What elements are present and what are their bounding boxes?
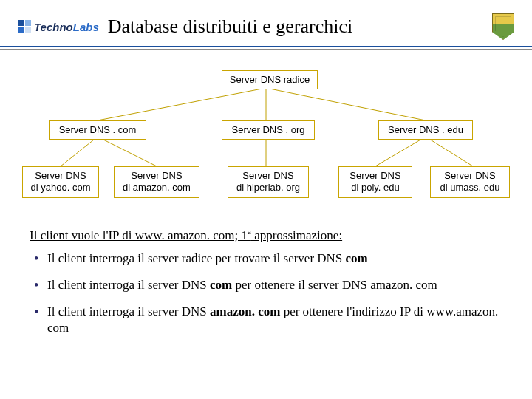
svg-line-6 (375, 137, 426, 166)
body-content: Il client vuole l'IP di www. amazon. com… (0, 211, 532, 336)
svg-line-3 (61, 137, 98, 166)
svg-line-4 (98, 137, 157, 166)
header: TechnoLabs Database distribuiti e gerarc… (0, 0, 532, 46)
node-poly: Server DNS di poly. edu (338, 166, 412, 198)
logo-text: TechnoLabs (34, 21, 99, 33)
lead-text: Il client vuole l'IP di www. amazon. com… (30, 227, 502, 243)
technolabs-logo: TechnoLabs (18, 20, 99, 33)
bullet-1-bold: com (346, 251, 368, 265)
page-title: Database distribuiti e gerarchici (108, 16, 483, 38)
bullet-2-pre: Il client interroga il server DNS (47, 278, 210, 292)
list-item: Il client interroga il server radice per… (34, 250, 499, 267)
node-tld-edu: Server DNS . edu (378, 120, 473, 140)
bullet-2-post: per ottenere il server DNS amazon. com (232, 278, 437, 292)
svg-line-0 (98, 88, 266, 120)
bullet-list: Il client interroga il server radice per… (30, 250, 502, 336)
bullet-1-text: Il client interroga il server radice per… (47, 251, 346, 265)
dns-tree: Server DNS radice Server DNS . com Serve… (0, 63, 532, 211)
list-item: Il client interroga il server DNS amazon… (34, 304, 499, 336)
node-hiperlab: Server DNS di hiperlab. org (228, 166, 309, 198)
logo-word-2: Labs (73, 21, 99, 33)
svg-line-2 (266, 88, 426, 120)
header-divider (0, 46, 532, 50)
logo-word-1: Techno (34, 21, 73, 33)
node-tld-org: Server DNS . org (222, 120, 315, 140)
node-amazon: Server DNS di amazon. com (114, 166, 200, 198)
node-umass: Server DNS di umass. edu (430, 166, 510, 198)
lead-pre: Il client vuole l'IP di www. amazon. com… (30, 228, 248, 242)
node-tld-com: Server DNS . com (49, 120, 146, 140)
bullet-2-bold: com (210, 278, 232, 292)
bullet-3-bold: amazon. com (210, 304, 280, 318)
crest-icon (492, 13, 514, 40)
node-yahoo: Server DNS di yahoo. com (22, 166, 99, 198)
list-item: Il client interroga il server DNS com pe… (34, 277, 499, 293)
bullet-3-pre: Il client interroga il server DNS (47, 304, 210, 318)
svg-line-7 (426, 137, 473, 166)
logo-mark (18, 20, 31, 33)
node-root: Server DNS radice (222, 70, 318, 89)
lead-post: approssimazione: (251, 228, 342, 242)
